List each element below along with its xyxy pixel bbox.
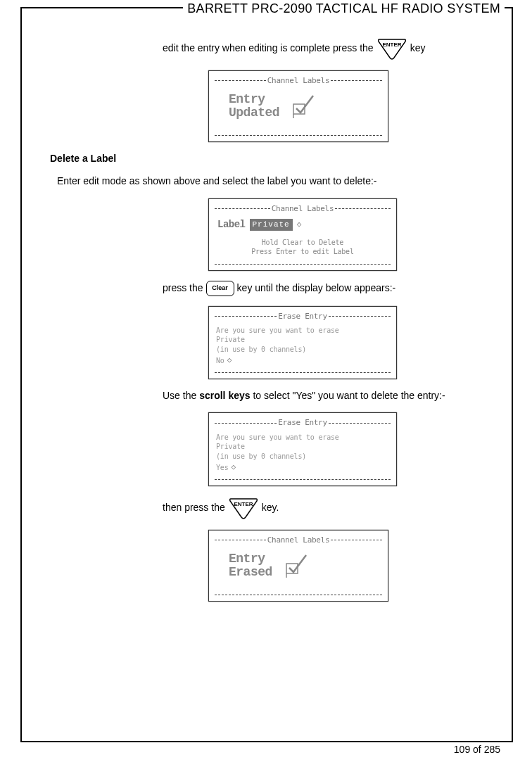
dash-bottom	[215, 264, 391, 265]
dash-right	[329, 316, 391, 317]
lcd-title-row: Channel Labels	[215, 535, 382, 545]
lcd-inuse: (in use by 0 channels)	[216, 452, 389, 462]
instruction-line-then-press-enter: then press the ENTER key.	[163, 496, 498, 520]
lcd-answer: Yes	[216, 463, 228, 473]
lcd-label-select: Channel Labels Label Private ◇ Hold Clea…	[208, 198, 397, 271]
text: key until the display below appears:-	[237, 281, 396, 296]
text: then press the	[163, 501, 225, 515]
page-header-title: BARRETT PRC-2090 TACTICAL HF RADIO SYSTE…	[183, 1, 505, 16]
dash-right	[331, 80, 382, 81]
lcd-title: Channel Labels	[266, 75, 331, 86]
dash-right	[329, 423, 391, 424]
lcd-line1: Entry	[229, 552, 272, 566]
page-frame: BARRETT PRC-2090 TACTICAL HF RADIO SYSTE…	[20, 7, 513, 742]
lcd-label-word: Label	[217, 218, 246, 232]
text: Use the	[163, 390, 199, 401]
lcd-question: Are you sure you want to erase	[216, 326, 389, 336]
lcd-title-row: Erase Entry	[215, 417, 391, 428]
lcd-erase-no: Erase Entry Are you sure you want to era…	[208, 306, 397, 379]
lcd-body: Entry Updated	[215, 86, 382, 131]
lcd-question: Are you sure you want to erase	[216, 433, 389, 443]
lcd-body: Entry Erased	[215, 545, 382, 590]
lcd-hint1: Hold Clear to Delete	[217, 238, 388, 248]
dash-left	[215, 423, 277, 424]
text: to select "Yes" you want to delete the e…	[251, 390, 445, 401]
text-bold: scroll keys	[199, 390, 250, 401]
lcd-title-row: Channel Labels	[215, 203, 391, 214]
text: Enter edit mode as shown above and selec…	[57, 174, 377, 189]
enter-key-label: ENTER	[382, 42, 401, 48]
enter-key-icon: ENTER	[376, 37, 407, 61]
lcd-title-row: Channel Labels	[215, 75, 382, 86]
text: key.	[262, 501, 279, 515]
lcd-name: Private	[216, 442, 389, 452]
lcd-line2: Erased	[229, 566, 272, 579]
lcd-body: Are you sure you want to erase Private (…	[215, 322, 391, 368]
content: edit the entry when editing is complete …	[22, 8, 512, 602]
dash-left	[215, 540, 266, 540]
lcd-label-selected: Private	[250, 219, 293, 231]
dash-left	[215, 316, 277, 317]
dash-bottom	[215, 479, 391, 480]
text: edit the entry when editing is complete …	[163, 42, 374, 56]
enter-key-label: ENTER	[234, 501, 253, 507]
lcd-body: Are you sure you want to erase Private (…	[215, 428, 391, 475]
lcd-title: Channel Labels	[266, 535, 331, 545]
instruction-line-edit-complete: edit the entry when editing is complete …	[163, 37, 498, 61]
lcd-title: Erase Entry	[277, 311, 329, 322]
lcd-entry-updated: Channel Labels Entry Updated	[208, 70, 388, 142]
dash-bottom	[215, 135, 382, 136]
lcd-body: Label Private ◇ Hold Clear to Delete Pre…	[215, 214, 391, 260]
clear-key-icon: Clear	[206, 281, 234, 296]
dash-right	[331, 540, 382, 540]
lcd-title: Erase Entry	[277, 417, 329, 428]
lcd-erase-yes: Erase Entry Are you sure you want to era…	[208, 412, 397, 485]
lcd-title-row: Erase Entry	[215, 311, 391, 322]
lcd-answer: No	[216, 356, 224, 366]
dash-bottom	[215, 595, 382, 595]
check-flag-icon	[292, 94, 316, 120]
lcd-entry-erased: Channel Labels Entry Erased	[208, 530, 388, 602]
dash-bottom	[215, 372, 391, 373]
text: press the	[163, 281, 203, 296]
updown-icon: ◇	[231, 462, 236, 473]
check-flag-icon	[285, 554, 309, 579]
lcd-hint2: Press Enter to edit Label	[217, 247, 388, 257]
enter-key-icon: ENTER	[228, 496, 259, 520]
lcd-inuse: (in use by 0 channels)	[216, 345, 389, 355]
lcd-title: Channel Labels	[270, 203, 336, 214]
dash-left	[215, 80, 266, 81]
dash-right	[335, 208, 391, 209]
instruction-line-press-clear: press the Clear key until the display be…	[163, 281, 498, 296]
instruction-line-scroll-keys: Use the scroll keys to select "Yes" you …	[163, 389, 498, 403]
dash-left	[215, 208, 270, 209]
text: key	[410, 42, 426, 56]
lcd-name: Private	[216, 335, 389, 345]
lcd-line2: Updated	[229, 106, 279, 120]
updown-icon: ◇	[297, 220, 302, 230]
lcd-line1: Entry	[229, 93, 279, 106]
instruction-line-enter-edit-mode: Enter edit mode as shown above and selec…	[57, 174, 498, 189]
page-footer-number: 109 of 285	[450, 744, 505, 755]
updown-icon: ◇	[227, 355, 232, 366]
section-heading-delete-label: Delete a Label	[50, 152, 498, 166]
